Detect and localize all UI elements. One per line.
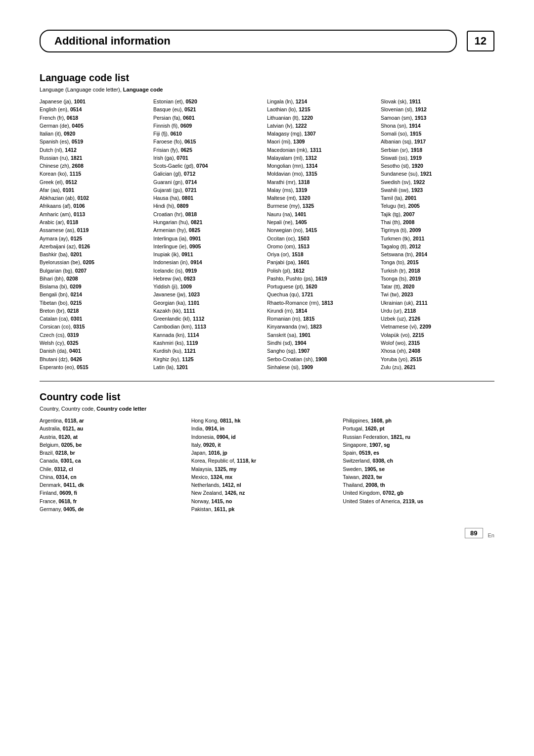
list-item: Malagasy (mg), 1307: [267, 130, 376, 138]
list-item: Indonesian (in), 0914: [153, 258, 262, 266]
list-item: Icelandic (is), 0919: [153, 267, 262, 275]
list-item: Nepali (ne), 1405: [267, 218, 376, 226]
list-item: Russian Federation, 1821, ru: [343, 433, 490, 441]
list-item: Slovak (sk), 1911: [381, 97, 490, 105]
list-item: Wolof (wo), 2315: [381, 339, 490, 347]
list-item: Nauru (na), 1401: [267, 210, 376, 218]
list-item: Malaysia, 1325, my: [191, 465, 338, 473]
list-item: Canada, 0301, ca: [40, 457, 186, 465]
list-item: Tatar (tt), 2020: [381, 283, 490, 290]
list-item: Turkish (tr), 2018: [381, 267, 490, 275]
list-item: Hindi (hi), 0809: [153, 202, 262, 210]
list-item: Thailand, 2008, th: [343, 481, 490, 489]
list-item: Pakistan, 1611, pk: [191, 505, 338, 513]
list-item: Slovenian (sl), 1912: [381, 105, 490, 113]
list-item: Kirundi (rn), 1814: [267, 307, 376, 315]
list-item: Tibetan (bo), 0215: [40, 299, 148, 307]
list-item: Samoan (sm), 1913: [381, 114, 490, 122]
list-item: Russian (ru), 1821: [40, 154, 148, 162]
list-item: Irish (ga), 0701: [153, 154, 262, 162]
list-item: Philippines, 1608, ph: [343, 417, 490, 425]
page-title: Additional information: [40, 30, 457, 52]
list-item: Bengali (bn), 0214: [40, 290, 148, 298]
list-item: Catalan (ca), 0301: [40, 315, 148, 323]
chapter-number: 12: [467, 31, 494, 51]
list-item: Guarani (gn), 0714: [153, 178, 262, 186]
language-section: Language code list Language (Language co…: [40, 72, 494, 371]
list-item: Sindhi (sd), 1904: [267, 339, 376, 347]
language-section-title: Language code list: [40, 72, 494, 84]
list-item: Scots-Gaelic (gd), 0704: [153, 162, 262, 170]
list-item: Tajik (tg), 2007: [381, 210, 490, 218]
list-item: Gujarati (gu), 0721: [153, 186, 262, 194]
list-item: Sinhalese (si), 1909: [267, 363, 376, 371]
list-item: Welsh (cy), 0325: [40, 339, 148, 347]
list-item: Uzbek (uz), 2126: [381, 315, 490, 323]
list-item: Mongolian (mn), 1314: [267, 162, 376, 170]
list-item: Brazil, 0218, br: [40, 449, 186, 457]
list-item: Ukrainian (uk), 2111: [381, 299, 490, 307]
list-item: Greenlandic (kl), 1112: [153, 315, 262, 323]
language-col-4: Slovak (sk), 1911Slovenian (sl), 1912Sam…: [381, 97, 494, 371]
list-item: Korea, Republic of, 1118, kr: [191, 457, 338, 465]
list-item: Netherlands, 1412, nl: [191, 481, 338, 489]
list-item: Hausa (ha), 0801: [153, 194, 262, 202]
list-item: New Zealand, 1426, nz: [191, 489, 338, 497]
list-item: Italian (it), 0920: [40, 130, 148, 138]
list-item: Interlingue (ie), 0905: [153, 242, 262, 250]
list-item: Twi (tw), 2023: [381, 290, 490, 298]
list-item: Telugu (te), 2005: [381, 202, 490, 210]
list-item: Panjabi (pa), 1601: [267, 258, 376, 266]
list-item: Maori (mi), 1309: [267, 138, 376, 145]
list-item: Pashto, Pushto (ps), 1619: [267, 275, 376, 283]
list-item: Burmese (my), 1325: [267, 202, 376, 210]
list-item: Portugal, 1620, pt: [343, 425, 490, 432]
list-item: China, 0314, cn: [40, 473, 186, 481]
country-col-1: Argentina, 0118, arAustralia, 0121, auAu…: [40, 417, 191, 513]
list-item: Rhaeto-Romance (rm), 1813: [267, 299, 376, 307]
list-item: Serbian (sr), 1918: [381, 146, 490, 154]
list-item: Afar (aa), 0101: [40, 186, 148, 194]
list-item: Greek (el), 0512: [40, 178, 148, 186]
list-item: Bislama (bi), 0209: [40, 283, 148, 290]
country-subtitle-bold: Country code letter: [96, 406, 146, 412]
list-item: Lingala (ln), 1214: [267, 97, 376, 105]
list-item: Finnish (fi), 0609: [153, 122, 262, 130]
language-subtitle-plain: Language (Language code letter),: [40, 87, 123, 93]
list-item: Assamese (as), 0119: [40, 226, 148, 234]
list-item: Austria, 0120, at: [40, 433, 186, 441]
list-item: Tamil (ta), 2001: [381, 194, 490, 202]
list-item: Swedish (sv), 1922: [381, 178, 490, 186]
list-item: Belgium, 0205, be: [40, 441, 186, 449]
list-item: Argentina, 0118, ar: [40, 417, 186, 425]
list-item: Albanian (sq), 1917: [381, 138, 490, 145]
list-item: Zulu (zu), 2621: [381, 363, 490, 371]
list-item: Somali (so), 1915: [381, 130, 490, 138]
list-item: Estonian (et), 0520: [153, 97, 262, 105]
list-item: Javanese (jw), 1023: [153, 290, 262, 298]
list-item: English (en), 0514: [40, 105, 148, 113]
list-item: Cambodian (km), 1113: [153, 323, 262, 331]
list-item: Tsonga (ts), 2019: [381, 275, 490, 283]
list-item: Xhosa (xh), 2408: [381, 347, 490, 355]
list-item: Latvian (lv), 1222: [267, 122, 376, 130]
list-item: Chile, 0312, cl: [40, 465, 186, 473]
list-item: Italy, 0920, it: [191, 441, 338, 449]
list-item: Malayalam (ml), 1312: [267, 154, 376, 162]
list-item: Kurdish (ku), 1121: [153, 347, 262, 355]
list-item: Danish (da), 0401: [40, 347, 148, 355]
list-item: Thai (th), 2008: [381, 218, 490, 226]
language-section-subtitle: Language (Language code letter), Languag…: [40, 87, 494, 93]
list-item: Esperanto (eo), 0515: [40, 363, 148, 371]
list-item: Laothian (lo), 1215: [267, 105, 376, 113]
list-item: Mexico, 1324, mx: [191, 473, 338, 481]
list-item: Norway, 1415, no: [191, 497, 338, 505]
list-item: Kashmiri (ks), 1119: [153, 339, 262, 347]
list-item: Tonga (to), 2015: [381, 258, 490, 266]
list-item: United Kingdom, 0702, gb: [343, 489, 490, 497]
list-item: Afrikaans (af), 0106: [40, 202, 148, 210]
list-item: Czech (cs), 0319: [40, 331, 148, 339]
list-item: Malay (ms), 1319: [267, 186, 376, 194]
list-item: Fiji (fj), 0610: [153, 130, 262, 138]
language-col-3: Lingala (ln), 1214Laothian (lo), 1215Lit…: [267, 97, 381, 371]
